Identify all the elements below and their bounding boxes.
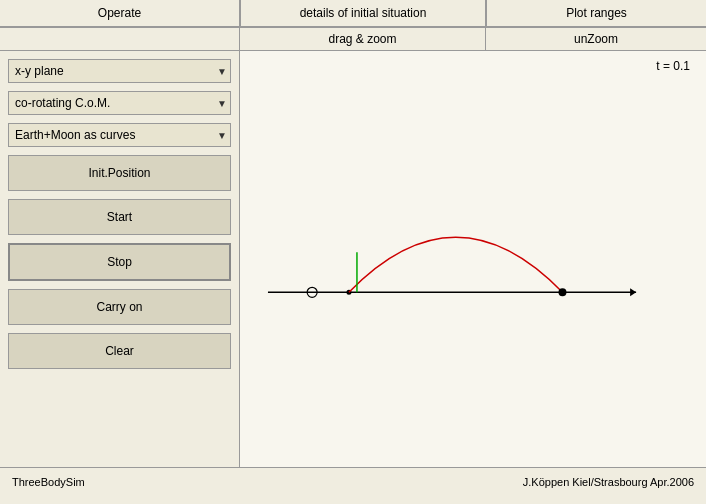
details-header: details of initial situation bbox=[240, 0, 486, 27]
start-button[interactable]: Start bbox=[8, 199, 231, 235]
app-name: ThreeBodySim bbox=[12, 476, 85, 488]
author-label: J.Köppen Kiel/Strasbourg Apr.2006 bbox=[523, 476, 694, 488]
plane-dropdown-wrapper: x-y plane x-z plane y-z plane ▼ bbox=[8, 59, 231, 83]
unzoom-button[interactable]: unZoom bbox=[486, 28, 706, 50]
operate-header: Operate bbox=[0, 0, 240, 27]
stop-button[interactable]: Stop bbox=[8, 243, 231, 281]
corotating-dropdown-wrapper: co-rotating C.o.M. inertial C.o.M. inert… bbox=[8, 91, 231, 115]
init-position-button[interactable]: Init.Position bbox=[8, 155, 231, 191]
clear-button[interactable]: Clear bbox=[8, 333, 231, 369]
simulation-canvas[interactable] bbox=[240, 51, 706, 467]
left-panel: x-y plane x-z plane y-z plane ▼ co-rotat… bbox=[0, 51, 240, 467]
drag-zoom-label: drag & zoom bbox=[240, 28, 486, 50]
display-mode-dropdown-wrapper: Earth+Moon as curves Earth+Moon as point… bbox=[8, 123, 231, 147]
canvas-area: t = 0.1 bbox=[240, 51, 706, 467]
display-mode-dropdown[interactable]: Earth+Moon as curves Earth+Moon as point… bbox=[8, 123, 231, 147]
plot-ranges-header: Plot ranges bbox=[486, 0, 706, 27]
corotating-dropdown[interactable]: co-rotating C.o.M. inertial C.o.M. inert… bbox=[8, 91, 231, 115]
footer: ThreeBodySim J.Köppen Kiel/Strasbourg Ap… bbox=[0, 467, 706, 495]
plane-dropdown[interactable]: x-y plane x-z plane y-z plane bbox=[8, 59, 231, 83]
carry-on-button[interactable]: Carry on bbox=[8, 289, 231, 325]
sub-header-left bbox=[0, 28, 240, 50]
